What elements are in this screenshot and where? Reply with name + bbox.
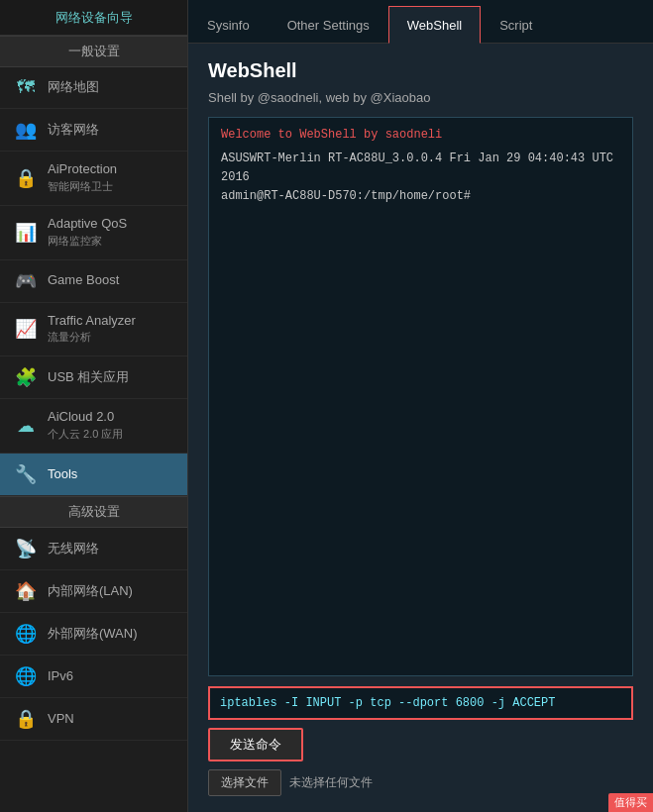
sidebar-item-label: IPv6 — [48, 668, 73, 685]
game-boost-icon: 🎮 — [12, 270, 40, 292]
webshell-content: WebShell Shell by @saodneli, web by @Xia… — [188, 44, 653, 812]
sidebar-item-label: AiCloud 2.0 个人云 2.0 应用 — [48, 409, 123, 443]
sidebar-item-label: 外部网络(WAN) — [48, 626, 138, 643]
sidebar-item-label: 无线网络 — [48, 541, 99, 558]
sidebar-item-label: Traffic Analyzer 流量分析 — [48, 313, 136, 347]
ipv6-icon: 🌐 — [12, 665, 40, 687]
terminal-welcome: Welcome to WebShell by saodneli — [221, 128, 620, 142]
page-subtitle: Shell by @saodneli, web by @Xiaobao — [208, 90, 633, 105]
sidebar-item-label: 访客网络 — [48, 122, 99, 139]
sidebar-item-adaptive-qos[interactable]: 📊 Adaptive QoS 网络监控家 — [0, 206, 187, 260]
sidebar-item-lan[interactable]: 🏠 内部网络(LAN) — [0, 570, 187, 613]
aicloud-icon: ☁ — [12, 415, 40, 437]
sidebar-item-label: USB 相关应用 — [48, 369, 129, 386]
section-header-advanced: 高级设置 — [0, 496, 187, 528]
sidebar-item-wireless[interactable]: 📡 无线网络 — [0, 528, 187, 570]
sidebar-item-usb-apps[interactable]: 🧩 USB 相关应用 — [0, 356, 187, 399]
page-title: WebShell — [208, 59, 633, 82]
main-content: Sysinfo Other Settings WebShell Script W… — [188, 0, 653, 812]
tab-sysinfo[interactable]: Sysinfo — [188, 6, 269, 44]
sidebar-item-label: Tools — [48, 466, 77, 483]
vpn-icon: 🔒 — [12, 708, 40, 730]
sidebar-top-label: 网络设备向导 — [0, 0, 187, 36]
sidebar-item-label: VPN — [48, 711, 74, 728]
traffic-analyzer-icon: 📈 — [12, 318, 40, 340]
sidebar-item-guest-network[interactable]: 👥 访客网络 — [0, 109, 187, 152]
file-upload-row: 选择文件 未选择任何文件 — [208, 769, 633, 796]
sidebar-item-label: 网络地图 — [48, 79, 99, 96]
tab-bar: Sysinfo Other Settings WebShell Script — [188, 0, 653, 44]
sidebar-item-aiprotection[interactable]: 🔒 AiProtection 智能网络卫士 — [0, 152, 187, 206]
watermark: 值得买 — [608, 793, 653, 812]
tools-icon: 🔧 — [12, 463, 40, 485]
aiprotection-icon: 🔒 — [12, 167, 40, 189]
sidebar-item-label: 内部网络(LAN) — [48, 583, 133, 600]
terminal-line-1: ASUSWRT-Merlin RT-AC88U_3.0.0.4 Fri Jan … — [221, 150, 620, 187]
wireless-icon: 📡 — [12, 538, 40, 559]
sidebar-item-vpn[interactable]: 🔒 VPN — [0, 698, 187, 741]
tab-script[interactable]: Script — [481, 6, 551, 44]
command-input-row — [208, 686, 633, 720]
file-status: 未选择任何文件 — [289, 774, 373, 791]
sidebar-item-label: AiProtection 智能网络卫士 — [48, 161, 117, 195]
wan-icon: 🌐 — [12, 623, 40, 645]
sidebar-item-label: Game Boost — [48, 272, 119, 289]
terminal-line-2: admin@RT-AC88U-D570:/tmp/home/root# — [221, 187, 620, 206]
network-map-icon: 🗺 — [12, 77, 40, 98]
terminal-output: Welcome to WebShell by saodneli ASUSWRT-… — [208, 117, 633, 676]
tab-webshell[interactable]: WebShell — [388, 6, 481, 44]
send-button[interactable]: 发送命令 — [208, 728, 303, 761]
sidebar-item-network-map[interactable]: 🗺 网络地图 — [0, 67, 187, 109]
sidebar-item-ipv6[interactable]: 🌐 IPv6 — [0, 656, 187, 698]
send-button-row: 发送命令 — [208, 728, 633, 761]
lan-icon: 🏠 — [12, 580, 40, 602]
guest-network-icon: 👥 — [12, 119, 40, 141]
sidebar-item-traffic-analyzer[interactable]: 📈 Traffic Analyzer 流量分析 — [0, 303, 187, 357]
sidebar-top-text: 网络设备向导 — [55, 9, 133, 27]
section-header-general: 一般设置 — [0, 36, 187, 67]
command-input[interactable] — [212, 690, 629, 716]
sidebar-item-tools[interactable]: 🔧 Tools — [0, 454, 187, 496]
sidebar: 网络设备向导 一般设置 🗺 网络地图 👥 访客网络 🔒 AiProtection… — [0, 0, 188, 812]
sidebar-item-game-boost[interactable]: 🎮 Game Boost — [0, 260, 187, 303]
usb-apps-icon: 🧩 — [12, 366, 40, 388]
sidebar-item-label: Adaptive QoS 网络监控家 — [48, 216, 127, 250]
sidebar-item-aicloud[interactable]: ☁ AiCloud 2.0 个人云 2.0 应用 — [0, 399, 187, 454]
tab-other-settings[interactable]: Other Settings — [269, 6, 388, 44]
adaptive-qos-icon: 📊 — [12, 222, 40, 244]
choose-file-button[interactable]: 选择文件 — [208, 769, 281, 796]
sidebar-item-wan[interactable]: 🌐 外部网络(WAN) — [0, 613, 187, 656]
